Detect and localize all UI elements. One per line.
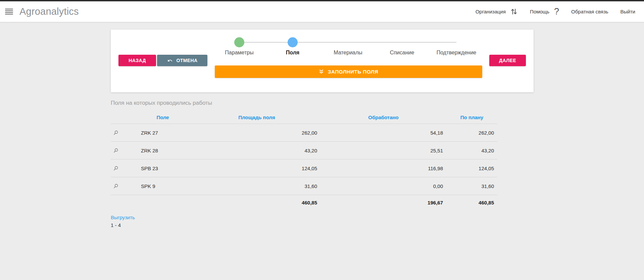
pagination-range: 1 - 4: [111, 222, 497, 228]
field-area: 124,05: [193, 166, 320, 171]
column-header-planned[interactable]: По плану: [446, 114, 497, 120]
step-label-parameters[interactable]: Параметры: [225, 50, 253, 56]
question-mark-icon: ?: [554, 7, 559, 16]
processed-area: 25,51: [320, 148, 446, 153]
planned-area: 262,00: [446, 130, 497, 136]
table-row: ZRK 28 43,20 25,51 43,20: [111, 142, 497, 159]
planned-area: 31,60: [446, 183, 497, 189]
step-dot-fields[interactable]: [288, 37, 298, 47]
field-name: SPB 23: [133, 166, 193, 171]
column-header-area[interactable]: Площадь поля: [193, 114, 320, 120]
table-header-row: Поле Площадь поля Обработано По плану: [111, 111, 497, 124]
nav-feedback[interactable]: Обратная связь: [571, 9, 608, 14]
fields-table-section: Поля на которых проводились работы Поле …: [111, 100, 497, 228]
row-search-button[interactable]: [111, 130, 133, 136]
swap-arrows-icon: [510, 8, 518, 15]
fill-fields-button[interactable]: ЗАПОЛНИТЬ ПОЛЯ: [215, 65, 482, 78]
top-bar: Agroanalytics Организация Помощь ? Обрат…: [0, 1, 644, 22]
double-chevron-down-icon: [319, 69, 324, 74]
nav-logout[interactable]: Выйти: [621, 9, 635, 14]
field-area: 31,60: [193, 183, 320, 189]
step-label-fields[interactable]: Поля: [286, 50, 299, 56]
field-area: 43,20: [193, 148, 320, 153]
row-search-button[interactable]: [111, 183, 133, 189]
table-row: SPB 23 124,05 116,98 124,05: [111, 159, 497, 177]
field-area: 262,00: [193, 130, 320, 136]
back-button[interactable]: НАЗАД: [118, 55, 156, 66]
undo-icon: [167, 58, 173, 63]
wizard-card: Параметры Поля Материалы Списание Подтве…: [111, 30, 534, 92]
menu-icon[interactable]: [5, 9, 13, 14]
stepper-line: [239, 42, 456, 43]
table-row: ZRK 27 262,00 54,18 262,00: [111, 124, 497, 142]
planned-area: 124,05: [446, 166, 497, 171]
planned-area: 43,20: [446, 148, 497, 153]
cancel-button[interactable]: ОТМЕНА: [157, 55, 207, 66]
column-header-field[interactable]: Поле: [133, 114, 193, 120]
next-button[interactable]: ДАЛЕЕ: [489, 55, 526, 66]
processed-area: 0,00: [320, 183, 446, 189]
row-search-button[interactable]: [111, 148, 133, 153]
magnifier-icon: [113, 130, 119, 136]
table-caption: Поля на которых проводились работы: [111, 100, 497, 106]
total-area: 460,85: [193, 200, 320, 205]
step-label-materials[interactable]: Материалы: [334, 50, 362, 56]
totals-row: 460,85 196,67 460,85: [111, 195, 497, 210]
total-planned: 460,85: [446, 200, 497, 205]
column-header-processed[interactable]: Обработано: [320, 114, 446, 120]
field-name: ZRK 27: [133, 130, 193, 136]
top-navigation: Организация Помощь ? Обратная связь Выйт…: [476, 7, 635, 16]
magnifier-icon: [113, 183, 119, 189]
field-name: ZRK 28: [133, 148, 193, 153]
row-search-button[interactable]: [111, 166, 133, 171]
magnifier-icon: [113, 166, 119, 171]
table-row: SPK 9 31,60 0,00 31,60: [111, 177, 497, 195]
app-title: Agroanalytics: [19, 6, 79, 17]
step-dot-parameters[interactable]: [234, 37, 244, 47]
field-name: SPK 9: [133, 183, 193, 189]
nav-help[interactable]: Помощь ?: [530, 7, 559, 16]
magnifier-icon: [113, 148, 119, 153]
export-link[interactable]: Выгрузить: [111, 215, 135, 220]
nav-organization[interactable]: Организация: [476, 8, 518, 15]
processed-area: 116,98: [320, 166, 446, 171]
processed-area: 54,18: [320, 130, 446, 136]
step-label-confirmation[interactable]: Подтверждение: [437, 50, 476, 56]
total-processed: 196,67: [320, 200, 446, 205]
step-label-writeoff[interactable]: Списание: [390, 50, 414, 56]
